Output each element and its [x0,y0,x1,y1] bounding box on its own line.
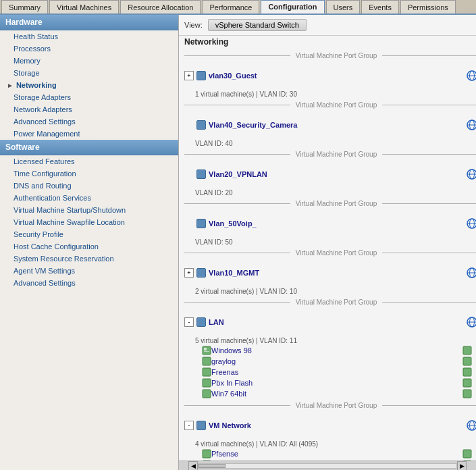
vlan50-name: Vlan_50Voip_ [209,219,467,228]
software-header: Software [0,140,178,155]
sidebar-item-processors[interactable]: Processors [0,43,178,55]
pg-label-1: Virtual Machine Port Group [290,101,382,109]
vlan10-sub: 2 virtual machine(s) | VLAN ID: 10 [182,288,473,296]
sidebar-item-network-adapters[interactable]: Network Adapters [0,103,178,115]
vm-status-win7lan [462,389,472,398]
vm-icon-pfsense [202,449,211,459]
tabs-bar: Summary Virtual Machines Resource Alloca… [0,0,476,15]
vm-icon-freenas [202,367,211,377]
sidebar-item-agent-vm[interactable]: Agent VM Settings [0,265,178,277]
sidebar-item-storage-adapters[interactable]: Storage Adapters [0,91,178,103]
pg-sep-6: Virtual Machine Port Group [184,402,476,409]
tab-summary[interactable]: Summary [1,0,48,14]
tab-vms[interactable]: Virtual Machines [49,0,119,14]
sidebar-item-auth-services[interactable]: Authentication Services [0,192,178,204]
pg-icon-vlan40 [196,120,206,130]
lan-icons [467,309,476,336]
vm-status-win98 [462,346,472,355]
globe-icon-vlan10 [467,267,476,278]
globe-icon-vlan30 [467,70,476,81]
globe-icon-vlan50 [467,218,476,229]
sidebar-item-security-profile[interactable]: Security Profile [0,228,178,240]
vm-status-graylog [462,357,472,366]
vsphere-standard-switch-button[interactable]: vSphere Standard Switch [208,19,307,31]
pg-sep-0: Virtual Machine Port Group [184,52,476,59]
svg-rect-21 [463,346,471,355]
tab-events[interactable]: Events [361,0,399,14]
vm-icon-graylog [202,357,211,366]
vm-icon-pbx [202,378,211,388]
pg-icon-vlan10 [196,268,206,278]
vm-lan-win7: Win7 64bit [182,388,473,399]
tab-permissions[interactable]: Permissions [400,0,456,14]
pg-label-5: Virtual Machine Port Group [290,298,382,306]
tab-users[interactable]: Users [326,0,361,14]
sidebar-item-advanced-settings-sw[interactable]: Advanced Settings [0,277,178,289]
sidebar-item-storage[interactable]: Storage [0,67,178,79]
sidebar-item-vm-startup[interactable]: Virtual Machine Startup/Shutdown [0,204,178,216]
vlan40-sub: VLAN ID: 40 [182,140,473,148]
pg-label-2: Virtual Machine Port Group [290,151,382,158]
pg-sep-5: Virtual Machine Port Group [184,298,476,306]
sidebar-item-memory[interactable]: Memory [0,55,178,67]
left-panel: Hardware Health Status Processors Memory… [0,15,179,470]
vlan20-sub: VLAN ID: 20 [182,189,473,197]
sidebar-item-time-config[interactable]: Time Configuration [0,167,178,180]
lan-sub: 5 virtual machine(s) | VLAN ID: 11 [182,337,473,345]
sidebar-item-host-cache[interactable]: Host Cache Configuration [0,240,178,253]
svg-rect-24 [203,368,211,376]
vm-status-pbx [462,378,472,388]
svg-rect-33 [203,450,211,458]
scroll-right-btn[interactable]: ▶ [457,461,467,471]
expand-lan[interactable]: - [184,317,194,327]
vm-lan-pbx: Pbx In Flash [182,377,473,388]
pg-sep-4: Virtual Machine Port Group [184,249,476,257]
expand-vlan10[interactable]: + [184,268,194,278]
h-scrollbar[interactable]: ◀ ▶ [179,461,476,470]
svg-rect-29 [463,390,471,398]
svg-rect-23 [463,357,471,365]
svg-rect-25 [463,368,471,376]
vm-lan-freenas: Freenas [182,367,473,377]
vm-lan-graylog: graylog [182,356,473,367]
vlan-row-security: Vlan40_Security_Camera [182,110,476,140]
sidebar-item-power-management[interactable]: Power Management [0,128,178,140]
vlan-row-mgmt: + Vlan10_MGMT [182,258,476,288]
globe-icon-vlan20 [467,169,476,180]
vm-lan-win98: Windows 98 [182,345,473,356]
vlan40-icons [467,111,476,138]
vm-icon-win7lan [202,389,211,398]
sidebar-item-vm-swapfile[interactable]: Virtual Machine Swapfile Location [0,216,178,228]
vmnetwork-icons [467,412,476,439]
vlan20-icons [467,161,476,188]
vlan10-icons [467,259,476,286]
pg-label-3: Virtual Machine Port Group [290,200,382,207]
svg-rect-20 [204,351,209,352]
sidebar-item-health-status[interactable]: Health Status [0,30,178,43]
scrollbar-track[interactable] [198,463,457,469]
main-layout: Hardware Health Status Processors Memory… [0,15,476,470]
vlan40-name: Vlan40_Security_Camera [209,121,467,129]
svg-rect-27 [463,379,471,387]
tab-resource[interactable]: Resource Allocation [120,0,201,14]
sidebar-item-licensed-features[interactable]: Licensed Features [0,155,178,167]
tab-configuration[interactable]: Configuration [261,0,324,14]
lan-name: LAN [209,318,467,326]
sidebar-item-system-resource[interactable]: System Resource Reservation [0,253,178,265]
scrollbar-thumb[interactable] [199,464,226,468]
svg-rect-26 [203,379,211,387]
pg-icon-vmnetwork [196,421,206,430]
sidebar-item-advanced-settings-hw[interactable]: Advanced Settings [0,115,178,128]
pg-sep-2: Virtual Machine Port Group [184,151,476,158]
expand-vlan30[interactable]: + [184,71,194,80]
sidebar-item-networking[interactable]: ► Networking [0,79,178,91]
pg-label-0: Virtual Machine Port Group [290,52,382,59]
expand-vmnetwork[interactable]: - [184,421,194,430]
tab-performance[interactable]: Performance [202,0,259,14]
svg-rect-19 [204,348,207,350]
sidebar-item-dns-routing[interactable]: DNS and Routing [0,180,178,192]
scroll-left-btn[interactable]: ◀ [188,461,198,471]
pg-sep-1: Virtual Machine Port Group [184,101,476,109]
svg-rect-28 [203,390,211,398]
hardware-header: Hardware [0,15,178,30]
